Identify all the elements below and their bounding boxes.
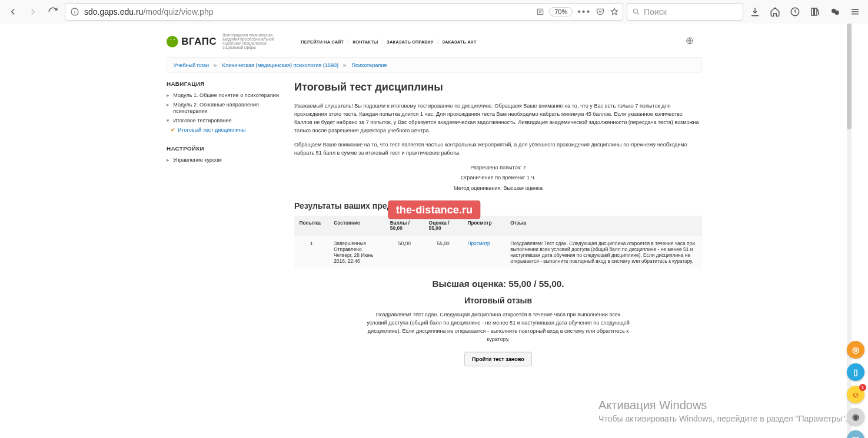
browser-search-box[interactable]: Поиск (627, 3, 743, 21)
library-icon[interactable] (807, 4, 823, 20)
app-menu-icon[interactable] (847, 4, 863, 20)
reader-view-icon[interactable] (536, 8, 544, 16)
pocket-icon[interactable] (596, 7, 605, 16)
svg-point-2 (633, 9, 637, 13)
search-icon (632, 8, 640, 16)
site-info-icon (70, 7, 79, 16)
nav-reload-button[interactable] (45, 4, 61, 20)
page-actions-menu[interactable]: ••• (577, 6, 591, 17)
downloads-icon[interactable] (747, 4, 763, 20)
svg-point-5 (834, 11, 839, 15)
nav-back-button[interactable] (5, 4, 21, 20)
zoom-level-pill[interactable]: 70% (549, 7, 573, 16)
page-viewport: ВГАПС Волгоградская гуманитарная академи… (0, 24, 868, 24)
address-bar[interactable]: sdo.gaps.edu.ru/mod/quiz/view.php 70% ••… (65, 3, 623, 21)
viewport-scrollbar[interactable] (847, 24, 852, 24)
url-path: /mod/quiz/view.php (143, 7, 213, 16)
bookmark-star-icon[interactable] (610, 7, 619, 16)
browser-toolbar: sdo.gaps.edu.ru/mod/quiz/view.php 70% ••… (0, 0, 868, 24)
search-placeholder: Поиск (644, 7, 667, 16)
extension-icon[interactable] (827, 4, 843, 20)
url-domain: sdo.gaps.edu.ru (84, 7, 143, 16)
nav-forward-button[interactable] (25, 4, 41, 20)
history-icon[interactable] (787, 4, 803, 20)
home-icon[interactable] (767, 4, 783, 20)
